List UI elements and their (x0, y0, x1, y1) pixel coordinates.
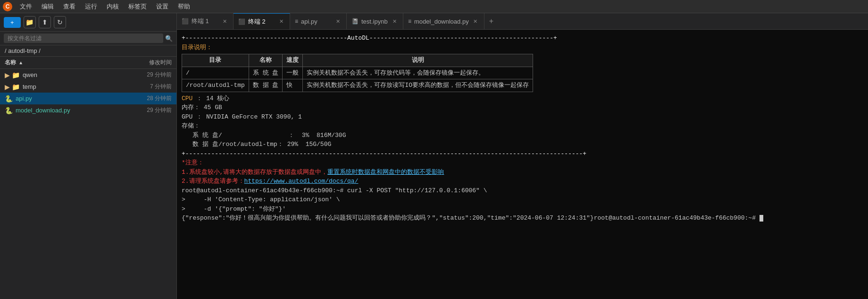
menu-help[interactable]: 帮助 (174, 1, 194, 12)
upload-icon: ⬆ (42, 18, 48, 26)
plus-icon: + (10, 19, 14, 26)
file-list: ▶ 📁 qwen 29 分钟前 ▶ 📁 temp 7 分钟前 🐍 api.py … (0, 69, 176, 299)
terminal-line: 目录说明： (182, 43, 863, 52)
refresh-icon-btn[interactable]: ↻ (54, 16, 66, 28)
file-time: 28 分钟前 (147, 94, 172, 103)
file-list-header: 名称 ▲ 修改时间 (0, 57, 176, 69)
table-header-name: 名称 (249, 54, 283, 67)
cursor (760, 215, 763, 222)
file-name: api.py (16, 95, 147, 102)
terminal-line: 1.系统盘较小,请将大的数据存放于数据盘或网盘中，重置系统时数据盘和网盘中的数据… (182, 168, 863, 177)
tab-label: 终端 1 (192, 17, 218, 26)
list-item[interactable]: 🐍 model_download.py 29 分钟前 (0, 104, 176, 116)
tab-close-button[interactable]: ✕ (391, 17, 398, 25)
refresh-icon: ↻ (57, 18, 63, 26)
menu-edit[interactable]: 编辑 (38, 1, 58, 12)
notice-link[interactable]: 重置系统时数据盘和网盘中的数据不受影响 (327, 169, 444, 176)
table-cell-desc: 实例关机数据不会丢失，可存放代码等，会随保存镜像一起保存。 (303, 67, 533, 79)
info-table: 目录 名称 速度 说明 / 系 统 盘 一般 实例关机数据不会丢失，可存放代码等… (182, 54, 533, 92)
menu-file[interactable]: 文件 (16, 1, 36, 12)
table-cell-speed: 一般 (283, 67, 303, 79)
code-icon: ≡ (408, 18, 411, 25)
tab-label: test.ipynb (361, 18, 388, 25)
table-cell-dir: /root/autodl-tmp (182, 79, 249, 92)
file-name: model_download.py (16, 107, 147, 114)
app-logo: C (3, 2, 12, 11)
upload-icon-btn[interactable]: ⬆ (39, 16, 51, 28)
terminal-icon: ⬛ (238, 18, 245, 25)
terminal-line: > -d '{"prompt": "你好"}' (182, 205, 863, 214)
tab-terminal2[interactable]: ⬛ 终端 2 ✕ (234, 13, 290, 30)
table-cell-name: 系 统 盘 (249, 67, 283, 79)
tab-label: model_download.py (414, 18, 469, 25)
search-input[interactable] (4, 34, 163, 43)
col-time-header: 修改时间 (125, 59, 172, 67)
terminal-line: +---------------------------------------… (182, 34, 863, 43)
terminal-line: 存储： (182, 121, 863, 131)
table-cell-name: 数 据 盘 (249, 79, 283, 92)
tab-terminal1[interactable]: ⬛ 终端 1 ✕ (177, 13, 234, 30)
tab-model-download[interactable]: ≡ model_download.py ✕ (403, 13, 484, 30)
tab-close-button[interactable]: ✕ (334, 17, 342, 25)
table-header-desc: 说明 (303, 54, 533, 67)
list-item[interactable]: ▶ 📁 qwen 29 分钟前 (0, 69, 176, 81)
folder-icon: ▶ 📁 (5, 83, 20, 91)
terminal-icon: ⬛ (182, 18, 189, 25)
folder-icon-btn[interactable]: 📁 (24, 16, 36, 28)
folder-icon: 📁 (25, 18, 33, 26)
menu-view[interactable]: 查看 (59, 1, 79, 12)
file-time: 29 分钟前 (147, 106, 172, 114)
terminal-line: CPU ： 14 核心 (182, 94, 863, 103)
file-time: 29 分钟前 (147, 71, 172, 79)
menu-settings[interactable]: 设置 (152, 1, 172, 12)
sort-icon[interactable]: ▲ (18, 60, 23, 65)
main-layout: + + 📁 ⬆ ↻ 🔍 / autodl-tmp / 名称 ▲ 修改时间 (0, 13, 868, 299)
sidebar-toolbar: + + 📁 ⬆ ↻ (0, 13, 176, 32)
table-cell-desc: 实例关机数据不会丢失，可存放读写IO要求高的数据，但不会随保存镜像一起保存 (303, 79, 533, 92)
table-cell-speed: 快 (283, 79, 303, 92)
search-bar: 🔍 (0, 32, 176, 45)
table-header-speed: 速度 (283, 54, 303, 67)
menu-run[interactable]: 运行 (81, 1, 101, 12)
terminal-line: > -H 'Content-Type: application/json' \ (182, 195, 863, 205)
list-item[interactable]: 🐍 api.py 28 分钟前 (0, 93, 176, 104)
tab-test-ipynb[interactable]: 📓 test.ipynb ✕ (347, 13, 403, 30)
menu-kernel[interactable]: 内核 (103, 1, 123, 12)
tab-close-button[interactable]: ✕ (221, 17, 228, 25)
file-name: temp (23, 83, 150, 90)
new-button[interactable]: + + (4, 17, 21, 28)
tab-label: 终端 2 (248, 17, 275, 26)
menubar: C 文件 编辑 查看 运行 内核 标签页 设置 帮助 (0, 0, 868, 13)
menu-items: 文件 编辑 查看 运行 内核 标签页 设置 帮助 (16, 1, 194, 12)
add-tab-button[interactable]: + (484, 13, 498, 30)
tab-api[interactable]: ≡ api.py ✕ (290, 13, 347, 30)
docs-link[interactable]: https://www.autodl.com/docs/qa/ (244, 178, 359, 185)
terminal-area[interactable]: +---------------------------------------… (177, 30, 868, 299)
terminal-line: 系 统 盘/ ： 3% 816M/30G (182, 131, 863, 140)
terminal-line: root@autodl-container-61ac49b43e-f66cb90… (182, 186, 863, 196)
tab-bar: ⬛ 终端 1 ✕ ⬛ 终端 2 ✕ ≡ api.py ✕ 📓 test.ipyn… (177, 13, 868, 30)
search-icon: 🔍 (165, 35, 173, 42)
sidebar: + + 📁 ⬆ ↻ 🔍 / autodl-tmp / 名称 ▲ 修改时间 (0, 13, 177, 299)
notebook-icon: 📓 (351, 18, 359, 25)
tab-label: api.py (301, 18, 331, 25)
terminal-line: 2.请理系统盘请参考：https://www.autodl.com/docs/q… (182, 177, 863, 186)
terminal-line: GPU ： NVIDIA GeForce RTX 3090, 1 (182, 112, 863, 122)
breadcrumb: / autodl-tmp / (0, 45, 176, 57)
tab-close-button[interactable]: ✕ (472, 17, 479, 25)
table-row: /root/autodl-tmp 数 据 盘 快 实例关机数据不会丢失，可存放读… (182, 79, 533, 92)
menu-tabs[interactable]: 标签页 (125, 1, 150, 12)
col-name-header: 名称 ▲ (5, 59, 125, 67)
file-name: qwen (23, 71, 147, 78)
terminal-line: 内存： 45 GB (182, 103, 863, 112)
table-row: / 系 统 盘 一般 实例关机数据不会丢失，可存放代码等，会随保存镜像一起保存。 (182, 67, 533, 79)
terminal-line: *注意： (182, 158, 863, 168)
list-item[interactable]: ▶ 📁 temp 7 分钟前 (0, 81, 176, 93)
tab-close-button[interactable]: ✕ (277, 18, 285, 26)
content-area: ⬛ 终端 1 ✕ ⬛ 终端 2 ✕ ≡ api.py ✕ 📓 test.ipyn… (177, 13, 868, 299)
col-name-label: 名称 (5, 59, 16, 66)
terminal-line: 数 据 盘/root/autodl-tmp： 29% 15G/50G (182, 140, 863, 149)
table-cell-dir: / (182, 67, 249, 79)
table-header-dir: 目录 (182, 54, 249, 67)
terminal-line: +---------------------------------------… (182, 149, 863, 159)
